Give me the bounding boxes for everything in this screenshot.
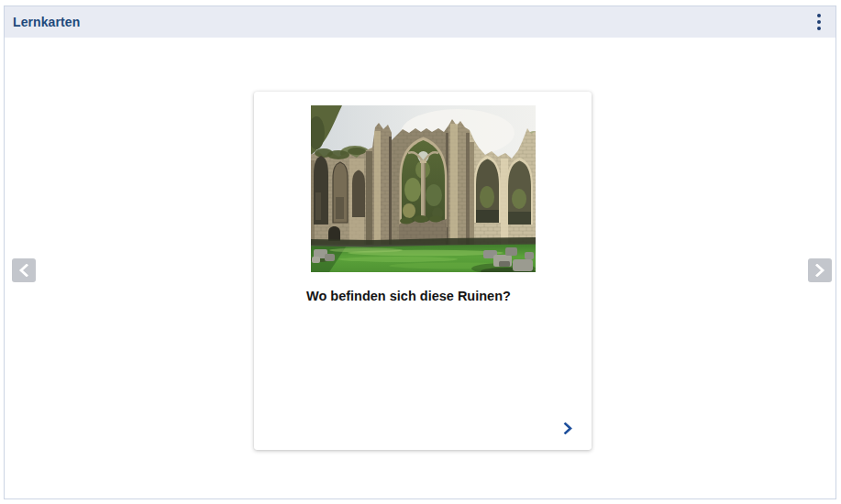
chevron-right-icon [814, 264, 825, 277]
ruins-photo [311, 105, 536, 272]
flashcard: Wo befinden sich diese Ruinen? [254, 92, 592, 450]
reveal-answer-button[interactable] [560, 421, 575, 435]
kebab-dot [817, 14, 821, 17]
module-header: Lernkarten [5, 6, 835, 38]
flashcard-question: Wo befinden sich diese Ruinen? [306, 289, 575, 304]
previous-card-button[interactable] [12, 258, 36, 282]
lernkarten-module: Lernkarten [4, 5, 836, 499]
kebab-dot [817, 20, 821, 24]
chevron-left-icon [18, 264, 29, 277]
next-card-button[interactable] [808, 258, 832, 282]
page-title: Lernkarten [13, 15, 80, 29]
chevron-right-icon [562, 422, 573, 434]
kebab-dot [817, 27, 821, 30]
flashcard-area: Wo befinden sich diese Ruinen? [5, 38, 835, 499]
kebab-menu-icon[interactable] [812, 10, 826, 34]
